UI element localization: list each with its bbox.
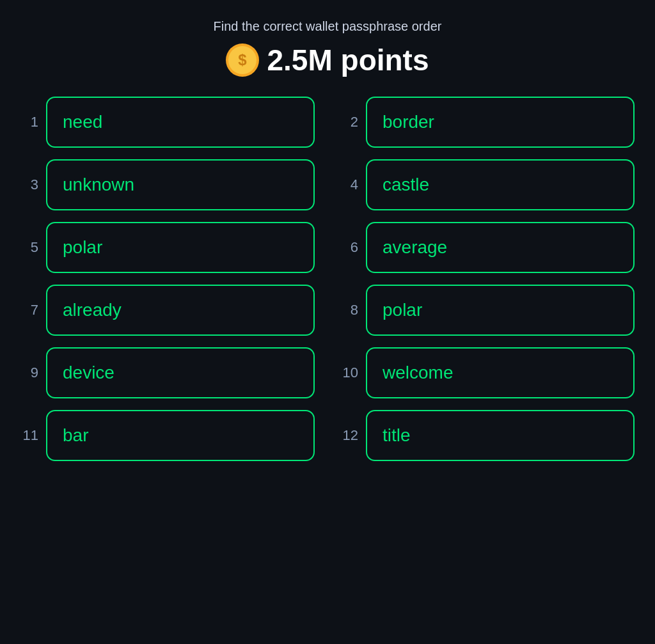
- word-item: 4castle: [340, 159, 635, 210]
- word-number: 11: [20, 427, 38, 444]
- coin-icon: $: [226, 43, 259, 77]
- word-item: 6average: [340, 222, 635, 273]
- word-number: 2: [340, 114, 358, 130]
- word-box[interactable]: castle: [366, 159, 635, 210]
- word-item: 3unknown: [20, 159, 315, 210]
- main-container: Find the correct wallet passphrase order…: [20, 19, 635, 461]
- svg-text:$: $: [239, 51, 248, 68]
- word-box[interactable]: device: [46, 347, 315, 398]
- word-item: 12title: [340, 410, 635, 461]
- word-number: 9: [20, 365, 38, 381]
- points-row: $ 2.5M points: [20, 43, 635, 77]
- word-box[interactable]: average: [366, 222, 635, 273]
- header: Find the correct wallet passphrase order…: [20, 19, 635, 77]
- word-box[interactable]: border: [366, 97, 635, 148]
- word-box[interactable]: polar: [46, 222, 315, 273]
- word-number: 7: [20, 302, 38, 318]
- word-box[interactable]: unknown: [46, 159, 315, 210]
- word-number: 12: [340, 427, 358, 444]
- points-text: 2.5M points: [267, 43, 429, 77]
- word-item: 2border: [340, 97, 635, 148]
- word-number: 8: [340, 302, 358, 318]
- subtitle: Find the correct wallet passphrase order: [20, 19, 635, 34]
- word-number: 4: [340, 177, 358, 193]
- word-box[interactable]: polar: [366, 285, 635, 336]
- word-box[interactable]: title: [366, 410, 635, 461]
- word-number: 10: [340, 365, 358, 381]
- word-item: 8polar: [340, 285, 635, 336]
- word-item: 1need: [20, 97, 315, 148]
- word-item: 5polar: [20, 222, 315, 273]
- word-box[interactable]: already: [46, 285, 315, 336]
- word-item: 9device: [20, 347, 315, 398]
- word-box[interactable]: bar: [46, 410, 315, 461]
- word-number: 3: [20, 177, 38, 193]
- word-box[interactable]: welcome: [366, 347, 635, 398]
- word-number: 5: [20, 239, 38, 256]
- words-grid: 1need2border3unknown4castle5polar6averag…: [20, 97, 635, 461]
- word-number: 1: [20, 114, 38, 130]
- word-number: 6: [340, 239, 358, 256]
- word-item: 7already: [20, 285, 315, 336]
- word-item: 11bar: [20, 410, 315, 461]
- word-item: 10welcome: [340, 347, 635, 398]
- word-box[interactable]: need: [46, 97, 315, 148]
